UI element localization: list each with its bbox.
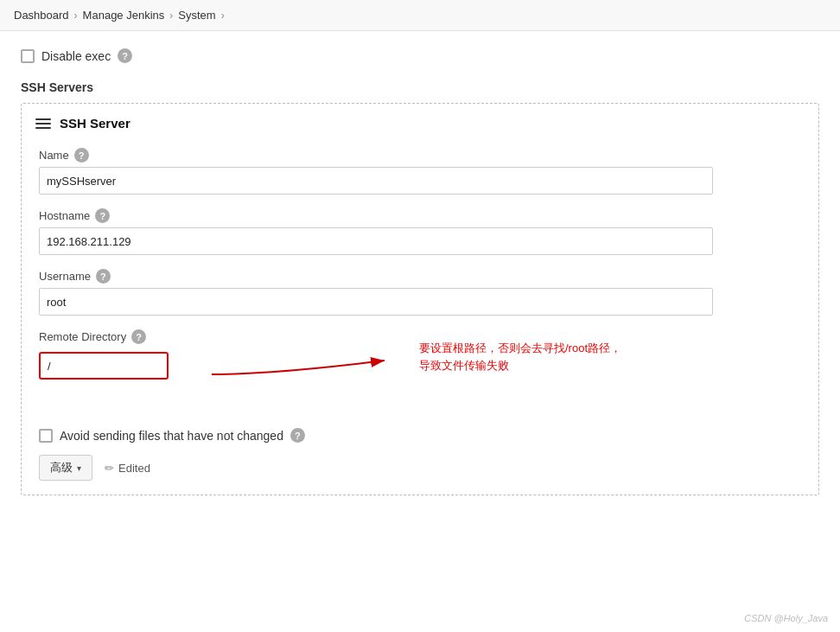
breadcrumb: Dashboard › Manage Jenkins › System ›: [0, 0, 840, 31]
avoid-sending-checkbox[interactable]: [39, 429, 53, 443]
hostname-label: Hostname ?: [39, 208, 801, 223]
remote-dir-help-icon[interactable]: ?: [131, 329, 146, 344]
hostname-field-group: Hostname ?: [39, 208, 801, 255]
chevron-down-icon: ▾: [77, 463, 81, 473]
pencil-icon: ✏: [105, 462, 114, 475]
breadcrumb-manage-jenkins[interactable]: Manage Jenkins: [83, 9, 165, 22]
breadcrumb-system[interactable]: System: [178, 9, 215, 22]
annotation-arrow: [181, 354, 415, 388]
annotation-row: 要设置根路径，否则会去寻找/root路径，导致文件传输失败: [39, 348, 801, 409]
name-field-group: Name ?: [39, 148, 801, 195]
avoid-sending-row: Avoid sending files that have not change…: [22, 423, 818, 448]
annotation-text: 要设置根路径，否则会去寻找/root路径，导致文件传输失败: [419, 340, 627, 373]
advanced-button-label: 高级: [50, 460, 73, 476]
breadcrumb-dashboard[interactable]: Dashboard: [14, 9, 69, 22]
avoid-sending-help-icon[interactable]: ?: [290, 428, 305, 443]
username-help-icon[interactable]: ?: [96, 269, 111, 284]
hamburger-icon[interactable]: [35, 118, 51, 129]
edited-label-row: ✏ Edited: [105, 462, 150, 475]
ssh-server-card: SSH Server Name ? Hostname ?: [21, 103, 819, 495]
breadcrumb-sep-2: ›: [169, 10, 173, 22]
username-label: Username ?: [39, 269, 801, 284]
name-label: Name ?: [39, 148, 801, 163]
breadcrumb-sep-1: ›: [74, 10, 78, 22]
hostname-input[interactable]: [39, 227, 713, 255]
edited-text: Edited: [118, 462, 150, 475]
bottom-actions: 高级 ▾ ✏ Edited: [22, 448, 818, 481]
username-field-group: Username ?: [39, 269, 801, 316]
form-section: Name ? Hostname ? Username ?: [22, 139, 818, 409]
name-help-icon[interactable]: ?: [74, 148, 89, 163]
remote-dir-field-group: Remote Directory ?: [39, 329, 801, 409]
remote-dir-input[interactable]: [39, 352, 169, 380]
ssh-servers-label: SSH Servers: [21, 80, 819, 94]
username-input[interactable]: [39, 288, 713, 316]
ssh-server-title: SSH Server: [60, 116, 130, 131]
name-input[interactable]: [39, 167, 713, 195]
disable-exec-help-icon[interactable]: ?: [118, 48, 132, 63]
ssh-server-header: SSH Server: [22, 104, 818, 139]
breadcrumb-sep-3: ›: [221, 10, 225, 22]
avoid-sending-label: Avoid sending files that have not change…: [60, 429, 283, 443]
disable-exec-checkbox[interactable]: [21, 49, 35, 63]
disable-exec-label: Disable exec: [41, 49, 111, 63]
hostname-help-icon[interactable]: ?: [95, 208, 110, 223]
advanced-button[interactable]: 高级 ▾: [39, 455, 92, 481]
disable-exec-row: Disable exec ?: [21, 48, 819, 63]
